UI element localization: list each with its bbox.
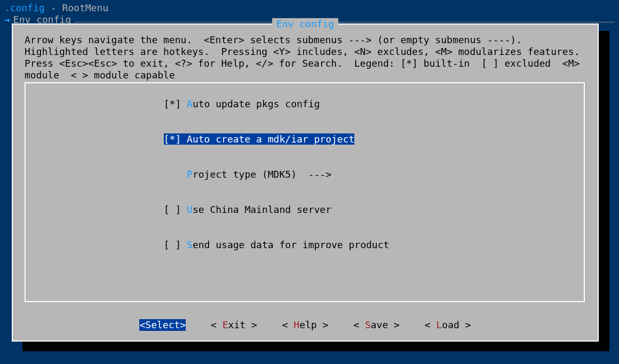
- dialog-panel: Env config Arrow keys navigate the menu.…: [12, 23, 599, 342]
- arrow-icon: →: [4, 14, 10, 26]
- menu-item-project-type[interactable]: Project type (MDK5) --->: [29, 157, 581, 192]
- instructions-text: Arrow keys navigate the menu. <Enter> se…: [13, 25, 598, 84]
- load-button[interactable]: < Load >: [425, 319, 471, 331]
- menu-item-auto-create-project[interactable]: [*] Auto create a mdk/iar project: [29, 122, 581, 157]
- save-button[interactable]: < Save >: [353, 319, 400, 331]
- menu-list: [*] Auto update pkgs config [*] Auto cre…: [25, 82, 585, 302]
- panel-title: Env config: [272, 18, 338, 29]
- button-row: <Select> < Exit > < Help > < Save > < Lo…: [13, 319, 598, 331]
- select-button[interactable]: <Select>: [139, 319, 186, 331]
- app-root: .config - RootMenu → Env config Env conf…: [0, 0, 619, 364]
- exit-button[interactable]: < Exit >: [211, 319, 257, 331]
- window-title: .config - RootMenu: [0, 0, 619, 14]
- panel-title-wrap: Env config: [13, 18, 598, 30]
- config-label: .config: [4, 2, 45, 13]
- menu-item-auto-update[interactable]: [*] Auto update pkgs config: [29, 86, 581, 122]
- help-button[interactable]: < Help >: [282, 319, 329, 331]
- menu-item-send-usage[interactable]: [ ] Send usage data for improve product: [29, 227, 581, 263]
- root-menu-label: RootMenu: [62, 2, 108, 13]
- menu-item-china-server[interactable]: [ ] Use China Mainland server: [29, 192, 581, 227]
